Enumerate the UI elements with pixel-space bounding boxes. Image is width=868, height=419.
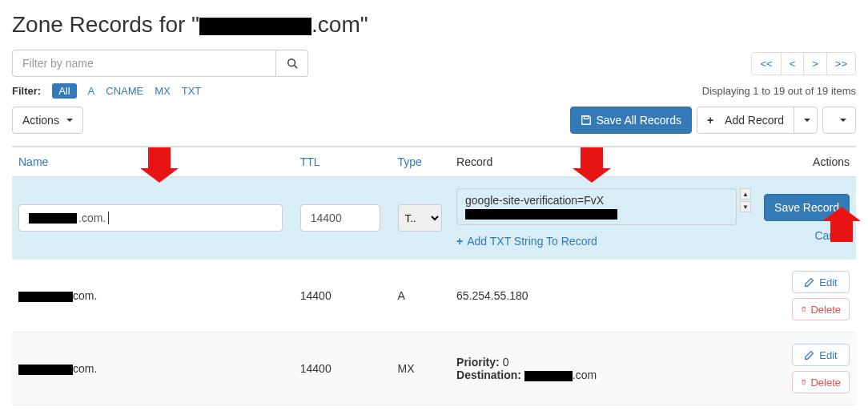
records-table: Name TTL Type Record Actions .com. T.. — [12, 146, 856, 405]
add-txt-string-link[interactable]: + Add TXT String To Record — [456, 235, 597, 248]
stepper-down[interactable]: ▼ — [740, 201, 751, 212]
cell-record: 65.254.55.180 — [450, 260, 757, 332]
cell-ttl: 14400 — [294, 332, 392, 405]
settings-dropdown[interactable] — [822, 107, 856, 134]
pencil-icon — [804, 349, 815, 361]
svg-rect-2 — [585, 116, 589, 119]
plus-icon: + — [456, 235, 463, 248]
svg-point-0 — [287, 59, 295, 66]
page-first[interactable]: << — [751, 52, 781, 75]
add-record-button[interactable]: + Add Record — [697, 107, 794, 134]
page-next[interactable]: > — [803, 52, 827, 75]
filter-a[interactable]: A — [88, 85, 95, 97]
record-value-textarea[interactable]: google-site-verification=FvX — [456, 188, 737, 225]
cell-ttl: 14400 — [294, 260, 392, 332]
stepper-up[interactable]: ▲ — [740, 188, 751, 199]
filter-cname[interactable]: CNAME — [106, 85, 143, 97]
record-name-input[interactable]: .com. — [18, 204, 283, 232]
table-row: com. 14400 A 65.254.55.180 Edit Delete — [12, 260, 856, 332]
pagination: << < > >> — [752, 52, 856, 75]
search-icon — [287, 58, 298, 69]
page-prev[interactable]: < — [781, 52, 805, 75]
page-last[interactable]: >> — [826, 52, 856, 75]
cancel-link[interactable]: Cancel — [814, 229, 850, 242]
filter-txt[interactable]: TXT — [182, 85, 202, 97]
cell-type: A — [392, 260, 451, 332]
cell-record: Priority: 0 Destination: .com — [450, 332, 757, 405]
filter-tabs: Filter: All A CNAME MX TXT — [12, 83, 201, 99]
filter-mx[interactable]: MX — [155, 85, 171, 97]
add-record-dropdown[interactable] — [794, 107, 818, 134]
actions-dropdown[interactable]: Actions — [12, 107, 83, 134]
delete-button[interactable]: Delete — [792, 298, 850, 320]
display-count: Displaying 1 to 19 out of 19 items — [702, 85, 856, 97]
col-record: Record — [450, 147, 757, 177]
filter-all[interactable]: All — [52, 83, 76, 99]
svg-line-1 — [294, 66, 297, 69]
cell-type: MX — [392, 332, 451, 405]
cell-name: com. — [12, 260, 294, 332]
delete-button[interactable]: Delete — [792, 371, 850, 393]
record-ttl-input[interactable] — [300, 204, 380, 232]
edit-button[interactable]: Edit — [792, 344, 850, 366]
trash-icon — [801, 377, 806, 388]
caret-down-icon — [840, 119, 846, 122]
edit-row: .com. T.. google-site-verification=FvX ▲ — [12, 177, 856, 260]
col-ttl[interactable]: TTL — [294, 147, 392, 177]
save-record-button[interactable]: Save Record — [764, 194, 850, 221]
col-actions: Actions — [757, 147, 856, 177]
filter-name-input[interactable] — [12, 50, 276, 77]
filter-search-group — [12, 50, 308, 77]
caret-down-icon — [66, 119, 73, 122]
save-icon — [581, 115, 592, 126]
record-type-select[interactable]: T.. — [398, 204, 442, 232]
col-name[interactable]: Name — [12, 147, 294, 177]
caret-down-icon — [804, 119, 810, 122]
filter-label: Filter: — [12, 85, 41, 97]
pencil-icon — [804, 276, 815, 288]
col-type[interactable]: Type — [392, 147, 451, 177]
search-button[interactable] — [276, 50, 308, 77]
cell-name: com. — [12, 332, 294, 405]
edit-button[interactable]: Edit — [792, 271, 850, 293]
table-row: com. 14400 MX Priority: 0 Destination: .… — [12, 332, 856, 405]
trash-icon — [801, 304, 806, 315]
save-all-records-button[interactable]: Save All Records — [570, 107, 692, 134]
page-title: Zone Records for ".com" — [12, 12, 856, 38]
